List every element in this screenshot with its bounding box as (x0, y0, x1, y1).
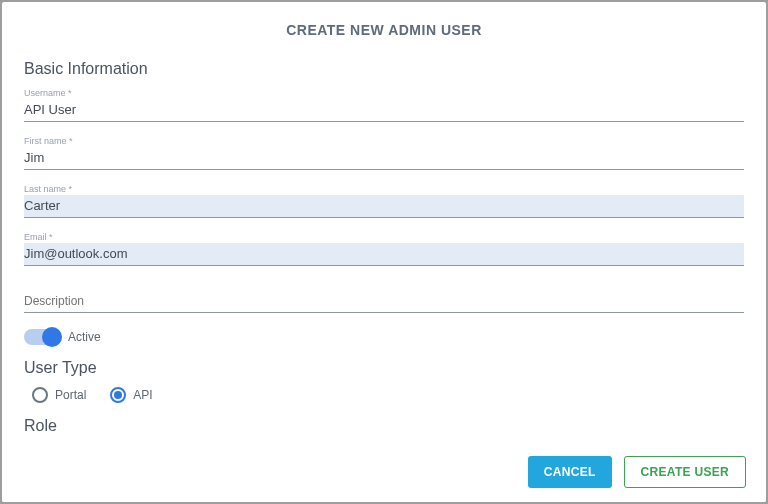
cancel-button[interactable]: CANCEL (528, 456, 612, 488)
radio-circle-icon (110, 387, 126, 403)
email-label: Email * (24, 232, 744, 242)
active-toggle[interactable] (24, 329, 58, 345)
username-label: Username * (24, 88, 744, 98)
last-name-label: Last name * (24, 184, 744, 194)
section-basic-heading: Basic Information (24, 60, 744, 78)
radio-dot-icon (114, 391, 122, 399)
radio-portal-label: Portal (55, 388, 86, 402)
active-row: Active (24, 329, 744, 345)
create-user-button[interactable]: CREATE USER (624, 456, 746, 488)
field-description (24, 288, 744, 313)
radio-portal[interactable]: Portal (32, 387, 86, 403)
first-name-label: First name * (24, 136, 744, 146)
create-admin-user-dialog: CREATE NEW ADMIN USER Basic Information … (2, 2, 766, 502)
active-label: Active (68, 330, 101, 344)
first-name-input[interactable] (24, 147, 744, 170)
field-email: Email * (24, 232, 744, 266)
field-last-name: Last name * (24, 184, 744, 218)
field-username: Username * (24, 88, 744, 122)
toggle-knob-icon (42, 327, 62, 347)
radio-circle-icon (32, 387, 48, 403)
dialog-footer: CANCEL CREATE USER (2, 442, 766, 502)
description-input[interactable] (24, 288, 744, 313)
radio-api[interactable]: API (110, 387, 152, 403)
username-input[interactable] (24, 99, 744, 122)
email-input[interactable] (24, 243, 744, 266)
dialog-content: CREATE NEW ADMIN USER Basic Information … (2, 2, 766, 442)
section-role-heading: Role (24, 417, 744, 435)
last-name-input[interactable] (24, 195, 744, 218)
section-user-type-heading: User Type (24, 359, 744, 377)
radio-api-label: API (133, 388, 152, 402)
field-first-name: First name * (24, 136, 744, 170)
user-type-radio-group: Portal API (24, 387, 744, 403)
dialog-title: CREATE NEW ADMIN USER (24, 22, 744, 38)
